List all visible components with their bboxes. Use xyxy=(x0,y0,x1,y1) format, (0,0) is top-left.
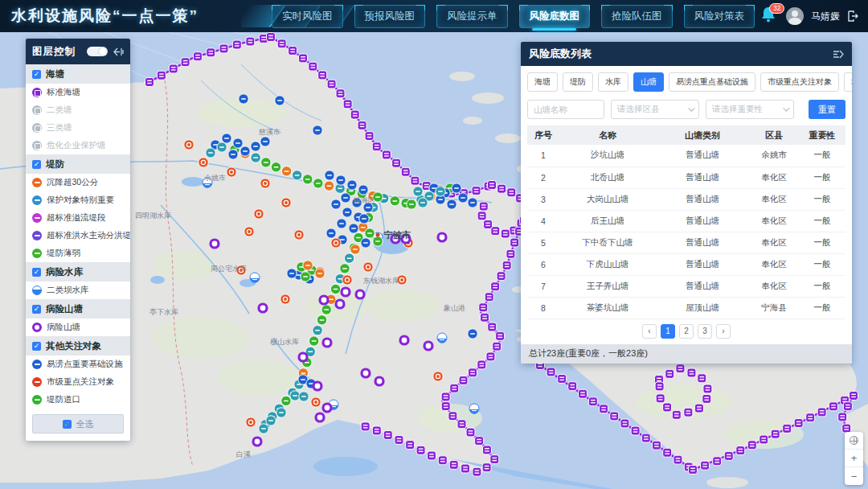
seawall-marker[interactable] xyxy=(760,435,768,444)
seawall-marker[interactable] xyxy=(588,397,597,406)
layer-toggle-switch[interactable] xyxy=(87,47,108,56)
flood-marker[interactable] xyxy=(251,142,260,151)
seawall-marker[interactable] xyxy=(145,78,154,87)
seawall-marker[interactable] xyxy=(687,368,696,377)
seawall-marker[interactable] xyxy=(698,374,706,383)
table-row[interactable]: 5下中岙下山塘普通山塘奉化区一般 xyxy=(527,232,845,253)
pond-marker[interactable] xyxy=(342,288,350,296)
tab-3[interactable]: 水库 xyxy=(598,72,628,92)
focus-marker[interactable] xyxy=(331,238,341,248)
pond-marker[interactable] xyxy=(259,304,267,312)
seawall-marker[interactable] xyxy=(401,167,410,176)
seawall-marker[interactable] xyxy=(361,422,370,431)
seawall-marker[interactable] xyxy=(510,238,519,247)
flood-marker[interactable] xyxy=(458,193,468,203)
flood-marker[interactable] xyxy=(228,150,238,159)
flood-marker[interactable] xyxy=(447,199,457,209)
focus-marker[interactable] xyxy=(281,198,291,208)
layer-item[interactable]: 危化企业保护塘 xyxy=(26,137,130,154)
seawall-marker[interactable] xyxy=(641,434,650,442)
seawall-marker[interactable] xyxy=(547,368,555,376)
seawall-marker[interactable] xyxy=(372,142,381,151)
focus-marker[interactable] xyxy=(342,275,352,285)
seawall-marker[interactable] xyxy=(232,40,241,49)
flood-marker[interactable] xyxy=(239,94,248,104)
seawall-marker[interactable] xyxy=(219,44,228,53)
orange-marker[interactable] xyxy=(281,166,291,176)
seawall-marker[interactable] xyxy=(684,408,693,417)
seawall-marker[interactable] xyxy=(473,467,481,476)
seawall-marker[interactable] xyxy=(702,394,711,403)
flood-marker[interactable] xyxy=(336,175,346,185)
teal-marker[interactable] xyxy=(217,142,227,152)
seawall-marker[interactable] xyxy=(482,463,491,472)
seawall-marker[interactable] xyxy=(482,446,491,454)
seawall-marker[interactable] xyxy=(485,293,493,302)
teal-marker[interactable] xyxy=(418,198,428,208)
seawall-marker[interactable] xyxy=(479,202,488,211)
green-marker[interactable] xyxy=(373,236,383,246)
seawall-marker[interactable] xyxy=(365,132,374,141)
seawall-marker[interactable] xyxy=(392,158,401,167)
seawall-marker[interactable] xyxy=(850,392,858,401)
tab-4[interactable]: 山塘 xyxy=(633,72,664,92)
seawall-marker[interactable] xyxy=(181,58,190,67)
seawall-marker[interactable] xyxy=(299,54,308,63)
layer-section-header[interactable]: ✓海塘 xyxy=(26,64,130,84)
green-marker[interactable] xyxy=(313,179,323,188)
seawall-marker[interactable] xyxy=(724,451,733,460)
seawall-marker[interactable] xyxy=(838,413,847,421)
seawall-marker[interactable] xyxy=(481,313,489,322)
pond-marker[interactable] xyxy=(323,404,331,412)
seawall-marker[interactable] xyxy=(672,410,681,419)
seawall-marker[interactable] xyxy=(676,364,685,373)
layer-item[interactable]: 病险山塘 xyxy=(26,318,130,336)
seawall-marker[interactable] xyxy=(477,360,486,369)
seawall-marker[interactable] xyxy=(207,48,215,57)
green-marker[interactable] xyxy=(261,158,271,167)
flood-marker[interactable] xyxy=(275,96,285,105)
seawall-marker[interactable] xyxy=(701,461,710,470)
green-marker[interactable] xyxy=(365,228,375,238)
flood-marker[interactable] xyxy=(326,228,336,238)
seawall-marker[interactable] xyxy=(771,429,780,438)
layer-item[interactable]: 市级重点关注对象 xyxy=(26,373,130,391)
notification-bell[interactable]: 32 xyxy=(761,6,779,26)
focus-marker[interactable] xyxy=(433,372,443,381)
seawall-marker[interactable] xyxy=(343,100,352,109)
nav-button[interactable]: 风险提示单 xyxy=(436,5,508,28)
pond-marker[interactable] xyxy=(400,336,408,344)
reservoir-marker[interactable] xyxy=(437,333,447,343)
tab-2[interactable]: 堤防 xyxy=(563,72,593,92)
pond-marker[interactable] xyxy=(438,233,446,241)
seawall-marker[interactable] xyxy=(502,261,511,270)
focus-marker[interactable] xyxy=(184,140,194,150)
seawall-marker[interactable] xyxy=(466,428,475,437)
seawall-marker[interactable] xyxy=(829,402,837,411)
focus-marker[interactable] xyxy=(246,417,256,427)
flood-marker[interactable] xyxy=(468,329,477,339)
seawall-marker[interactable] xyxy=(475,437,484,446)
seawall-marker[interactable] xyxy=(600,405,608,413)
logout-icon[interactable] xyxy=(847,10,858,22)
layer-item[interactable]: 超标准溢流堤段 xyxy=(26,209,130,227)
section-checkbox[interactable]: ✓ xyxy=(32,342,41,351)
nav-button[interactable]: 抢险队伍图 xyxy=(601,5,673,28)
seawall-marker[interactable] xyxy=(558,374,567,383)
page-next[interactable]: › xyxy=(716,324,731,339)
tab-5[interactable]: 易涝点重点基础设施 xyxy=(669,72,755,92)
green-marker[interactable] xyxy=(407,199,416,209)
nav-button[interactable]: 预报风险图 xyxy=(354,5,426,28)
seawall-marker[interactable] xyxy=(477,212,486,220)
seawall-marker[interactable] xyxy=(652,441,661,450)
pond-marker[interactable] xyxy=(253,438,261,446)
focus-marker[interactable] xyxy=(280,294,290,304)
page-2[interactable]: 2 xyxy=(679,324,694,339)
orange-marker[interactable] xyxy=(350,244,360,254)
collapse-left-icon[interactable] xyxy=(113,47,124,56)
zoom-out-button[interactable]: − xyxy=(845,467,863,485)
seawall-marker[interactable] xyxy=(289,46,297,55)
seawall-marker[interactable] xyxy=(358,121,366,129)
importance-select[interactable]: 请选择重要性 xyxy=(706,100,794,119)
flood-marker[interactable] xyxy=(359,214,369,224)
